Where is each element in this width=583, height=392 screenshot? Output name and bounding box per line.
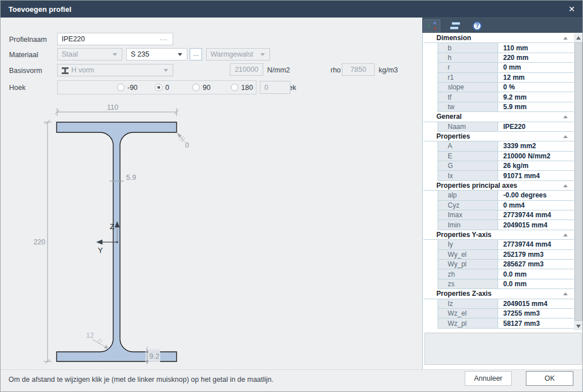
materiaal-finish-dropdown[interactable]: Warmgewalst	[206, 48, 270, 61]
flange-dim-value[interactable]: 9.2	[149, 352, 159, 360]
prop-value[interactable]: 0 %	[498, 83, 574, 92]
prop-row-iy[interactable]: Iy27739744 mm4	[423, 240, 574, 249]
prop-row-b[interactable]: b110 mm	[423, 43, 574, 53]
prop-row-wz-pl[interactable]: Wz_pl58127 mm3	[423, 318, 574, 328]
width-dim-value[interactable]: 110	[107, 104, 118, 111]
web-dim-value[interactable]: 5.9	[126, 174, 136, 182]
basisvorm-dropdown[interactable]: H vorm	[57, 64, 173, 76]
section-header-dimension[interactable]: Dimension	[423, 33, 574, 43]
prop-row-ix[interactable]: Ix91071 mm4	[423, 171, 574, 180]
section-header-properties-y-axis[interactable]: Properties Y-axis	[423, 230, 574, 240]
scrollbar[interactable]	[574, 33, 583, 330]
collapse-icon[interactable]	[563, 184, 568, 187]
prop-value[interactable]: 91071 mm4	[498, 171, 574, 180]
scroll-up-icon[interactable]	[574, 33, 583, 42]
prop-value[interactable]: 210000 N/mm2	[498, 152, 574, 161]
collapse-icon[interactable]	[563, 135, 568, 138]
prop-row-iz[interactable]: Iz2049015 mm4	[423, 299, 574, 309]
prop-value[interactable]: 5.9 mm	[498, 102, 574, 112]
prop-row-imin[interactable]: Imin2049015 mm4	[423, 220, 574, 230]
prop-row-slope[interactable]: slope0 %	[423, 83, 574, 92]
materiaal-browse-button[interactable]: ...	[190, 48, 202, 61]
slope-dim-value[interactable]: 0	[185, 141, 189, 149]
prop-label: Wy_el	[438, 250, 498, 260]
prop-row-imax[interactable]: Imax27739744 mm4	[423, 210, 574, 220]
prop-value[interactable]: 27739744 mm4	[498, 210, 574, 220]
prop-value[interactable]: IPE220	[498, 122, 574, 132]
profielnaam-input[interactable]: IPE220 ...	[57, 33, 173, 45]
radio-icon[interactable]	[117, 84, 125, 91]
cancel-button[interactable]: Annuleer	[465, 371, 512, 386]
hoek-radio--90[interactable]: -90	[117, 81, 138, 94]
prop-row-wz-el[interactable]: Wz_el37255 mm3	[423, 309, 574, 318]
prop-value[interactable]: 252179 mm3	[498, 250, 574, 260]
collapse-icon[interactable]	[563, 115, 568, 118]
prop-value[interactable]: 0.0 mm	[498, 279, 574, 289]
materiaal-type-dropdown[interactable]: Staal	[57, 48, 122, 61]
prop-value[interactable]: 27739744 mm4	[498, 240, 574, 249]
prop-label: A	[438, 141, 498, 151]
prop-row-zh[interactable]: zh0.0 mm	[423, 269, 574, 279]
collapse-icon[interactable]	[563, 292, 568, 295]
close-icon[interactable]: ✕	[567, 4, 577, 14]
prop-row-r1[interactable]: r112 mm	[423, 73, 574, 83]
prop-value[interactable]: 58127 mm3	[498, 318, 574, 328]
hoek-radio-0[interactable]: 0	[155, 81, 169, 94]
prop-row-zs[interactable]: zs0.0 mm	[423, 279, 574, 289]
radio-icon[interactable]	[192, 84, 200, 91]
prop-value[interactable]: 110 mm	[498, 43, 574, 53]
sort-az-button[interactable]: ↓ A Z	[423, 19, 440, 32]
prop-value[interactable]: 12 mm	[498, 73, 574, 83]
hoek-radio-group: -90090180Hoek	[57, 80, 256, 94]
profielnaam-browse-icon[interactable]: ...	[160, 34, 168, 42]
prop-value[interactable]: 9.2 mm	[498, 92, 574, 102]
hoek-radio-180[interactable]: 180	[231, 81, 253, 94]
prop-row-r[interactable]: r0 mm	[423, 63, 574, 72]
prop-value[interactable]: 0 mm	[498, 63, 574, 72]
section-header-general[interactable]: General	[423, 112, 574, 122]
prop-row-naam[interactable]: NaamIPE220	[423, 122, 574, 132]
prop-value[interactable]: 3339 mm2	[498, 141, 574, 151]
collapse-icon[interactable]	[563, 37, 568, 40]
prop-row-e[interactable]: E210000 N/mm2	[423, 152, 574, 161]
scrollbar-thumb[interactable]	[575, 42, 582, 321]
prop-row-cyz[interactable]: Cyz0 mm4	[423, 201, 574, 210]
help-button[interactable]: ?	[469, 19, 486, 32]
prop-value[interactable]: 220 mm	[498, 53, 574, 63]
section-header-properties[interactable]: Properties	[423, 132, 574, 141]
hoek-radio-90[interactable]: 90	[192, 81, 211, 94]
section-header-properties-z-axis[interactable]: Properties Z-axis	[423, 289, 574, 299]
categorized-button[interactable]	[447, 19, 464, 32]
prop-value[interactable]: 2049015 mm4	[498, 299, 574, 309]
prop-value[interactable]: 0 mm4	[498, 201, 574, 210]
prop-row-h[interactable]: h220 mm	[423, 53, 574, 63]
prop-value[interactable]: 2049015 mm4	[498, 220, 574, 230]
prop-value[interactable]: -0.00 degrees	[498, 191, 574, 200]
prop-value[interactable]: 37255 mm3	[498, 309, 574, 318]
collapse-icon[interactable]	[563, 234, 568, 236]
prop-row-a[interactable]: A3339 mm2	[423, 141, 574, 151]
prop-row-tw[interactable]: tw5.9 mm	[423, 102, 574, 112]
height-dim-value[interactable]: 220	[33, 238, 45, 246]
prop-value[interactable]: 0.0 mm	[498, 269, 574, 279]
hoek-custom-field[interactable]: 0	[260, 81, 290, 94]
prop-value[interactable]: 285627 mm3	[498, 260, 574, 269]
ok-button[interactable]: OK	[526, 371, 573, 386]
radio-icon[interactable]	[155, 84, 162, 91]
profielnaam-value: IPE220	[62, 35, 85, 43]
materiaal-grade-dropdown[interactable]: S 235	[126, 48, 187, 61]
prop-row-tf[interactable]: tf9.2 mm	[423, 92, 574, 102]
prop-row-g[interactable]: G26 kg/m	[423, 161, 574, 171]
emodulus-field[interactable]: 210000	[230, 63, 263, 76]
section-header-properties-principal-axes[interactable]: Properties principal axes	[423, 181, 574, 191]
rho-field[interactable]: 7850	[342, 63, 375, 76]
radius-dim-value[interactable]: 12	[86, 331, 94, 339]
prop-row-alp[interactable]: alp-0.00 degrees	[423, 191, 574, 200]
scroll-down-icon[interactable]	[574, 322, 583, 330]
prop-row-wy-pl[interactable]: Wy_pl285627 mm3	[423, 260, 574, 269]
prop-value[interactable]: 26 kg/m	[498, 161, 574, 171]
prop-row-wy-el[interactable]: Wy_el252179 mm3	[423, 250, 574, 260]
row-gutter	[423, 43, 438, 53]
help-icon: ?	[473, 21, 482, 31]
radio-icon[interactable]	[231, 84, 238, 91]
